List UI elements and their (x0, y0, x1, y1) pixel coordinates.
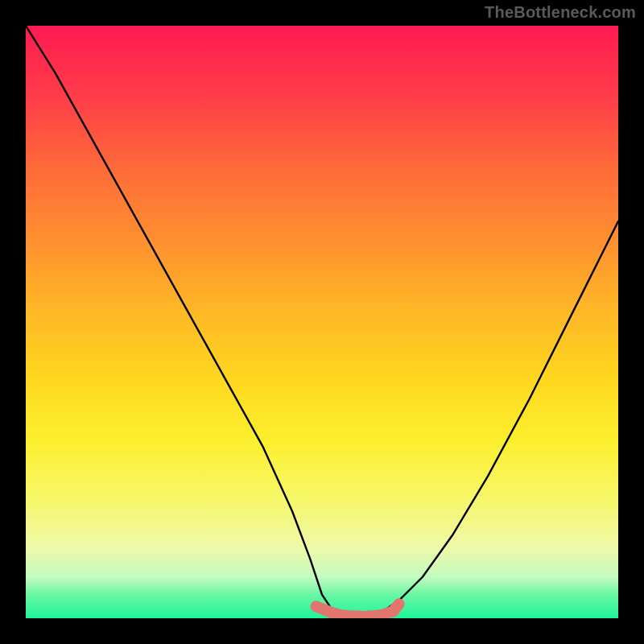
svg-point-7 (394, 599, 404, 609)
bottleneck-curve (26, 26, 618, 618)
svg-point-0 (312, 601, 321, 611)
optimal-range-marker (312, 599, 404, 618)
chart-svg (26, 26, 618, 618)
watermark-text: TheBottleneck.com (485, 3, 636, 22)
chart-frame (26, 26, 618, 618)
